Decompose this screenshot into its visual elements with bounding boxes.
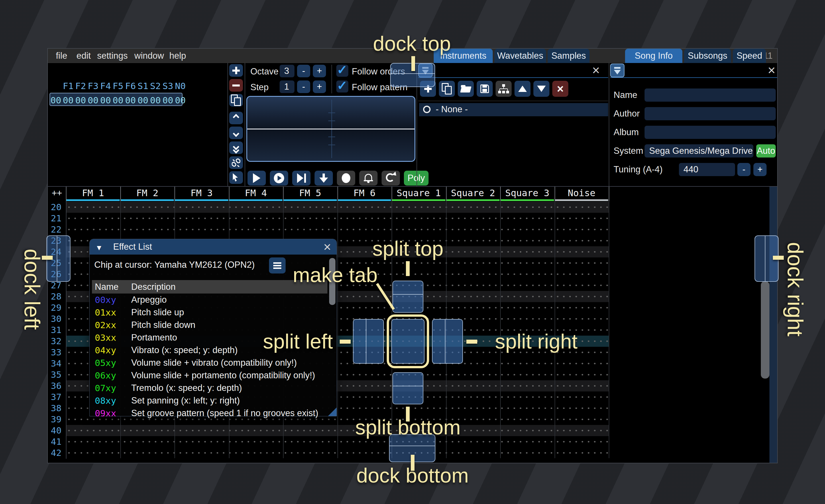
tuning-minus-button[interactable]: -: [737, 163, 751, 176]
order-change-mode-button[interactable]: [229, 156, 243, 169]
order-column-F5[interactable]: F5: [112, 81, 124, 91]
channel-header-square-3[interactable]: Square 3: [500, 187, 554, 199]
repeat-button[interactable]: [382, 171, 400, 185]
system-combo[interactable]: Sega Genesis/Mega Drive: [645, 144, 753, 158]
instrument-delete-button[interactable]: ×: [552, 81, 568, 97]
effect-list-titlebar[interactable]: ▼ Effect List ×: [90, 239, 336, 255]
instrument-save-button[interactable]: [477, 81, 493, 97]
effect-row[interactable]: 08xySet panning (x: left; y: right): [90, 394, 330, 407]
order-cell[interactable]: 00: [99, 95, 112, 105]
tab-samples[interactable]: Samples: [548, 49, 590, 63]
song-name-input[interactable]: [645, 88, 776, 102]
song-author-input[interactable]: [645, 107, 776, 120]
menu-item-edit[interactable]: edit: [72, 49, 95, 63]
poly-button[interactable]: Poly: [404, 171, 429, 185]
octave-plus-button[interactable]: +: [313, 65, 326, 77]
pattern-row-number[interactable]: 34: [48, 358, 64, 369]
order-row-index[interactable]: 00: [50, 95, 62, 105]
order-add-button[interactable]: [229, 64, 243, 77]
play-row-button[interactable]: [292, 171, 310, 185]
instrument-move-up-button[interactable]: [515, 81, 530, 97]
instrument-toggle-folders-button[interactable]: [496, 81, 512, 97]
tab-wavetables[interactable]: Wavetables: [495, 49, 546, 63]
channel-header-square-1[interactable]: Square 1: [392, 187, 446, 199]
order-column-F4[interactable]: F4: [99, 81, 112, 91]
step-down-button[interactable]: [314, 171, 333, 185]
order-cell[interactable]: 00: [124, 95, 137, 105]
metronome-button[interactable]: [359, 171, 378, 185]
order-cell[interactable]: 00: [112, 95, 124, 105]
effect-table-header[interactable]: Name Description: [92, 280, 327, 293]
channel-header-fm-2[interactable]: FM 2: [120, 187, 175, 199]
order-column-S2[interactable]: S2: [149, 81, 162, 91]
pattern-row-number[interactable]: 36: [48, 380, 64, 392]
order-move-down-button[interactable]: [229, 127, 243, 139]
follow-orders-checkbox[interactable]: ✓: [336, 65, 348, 77]
channel-header-fm-5[interactable]: FM 5: [283, 187, 338, 199]
effect-row[interactable]: 01xxPitch slide up: [90, 306, 330, 319]
follow-pattern-checkbox[interactable]: ✓: [336, 80, 348, 92]
channel-header-fm-3[interactable]: FM 3: [174, 187, 229, 199]
instrument-list-row[interactable]: - None -: [419, 103, 608, 116]
order-column-F6[interactable]: F6: [124, 81, 137, 91]
order-cell[interactable]: 00: [62, 95, 74, 105]
effect-row[interactable]: 00xyArpeggio: [90, 293, 330, 306]
channel-header-fm-6[interactable]: FM 6: [338, 187, 392, 199]
play-pattern-button[interactable]: [270, 171, 288, 185]
pattern-row-number[interactable]: 33: [48, 347, 64, 358]
pattern-row-number[interactable]: 30: [48, 313, 64, 324]
menu-item-help[interactable]: help: [165, 49, 190, 63]
order-column-F1[interactable]: F1: [62, 81, 74, 91]
split-target-bottom[interactable]: [392, 372, 424, 404]
order-cell[interactable]: 00: [162, 95, 174, 105]
pattern-row-number[interactable]: 37: [48, 392, 64, 403]
effect-row[interactable]: 09xxSet groove pattern (speed 1 if no gr…: [90, 407, 330, 420]
pattern-row-number[interactable]: 22: [48, 224, 64, 235]
order-duplicate-button[interactable]: [229, 94, 243, 106]
order-column-F2[interactable]: F2: [74, 81, 87, 91]
channel-header-fm-4[interactable]: FM 4: [229, 187, 283, 199]
pattern-row-number[interactable]: 21: [48, 213, 64, 224]
order-cell[interactable]: 00: [74, 95, 87, 105]
channel-header-square-2[interactable]: Square 2: [446, 187, 501, 199]
tab-song-info[interactable]: Song Info: [625, 49, 682, 63]
order-move-up-button[interactable]: [229, 112, 243, 124]
pattern-scrollbar-thumb[interactable]: [761, 281, 769, 379]
instrument-move-down-button[interactable]: [533, 81, 549, 97]
pattern-row-number[interactable]: 28: [48, 291, 64, 302]
order-duplicate-end-button[interactable]: [229, 142, 243, 154]
menu-item-window[interactable]: window: [130, 49, 168, 63]
pattern-row-number[interactable]: 20: [48, 201, 64, 213]
effect-row[interactable]: 07xyTremolo (x: speed; y: depth): [90, 382, 330, 394]
play-button[interactable]: [247, 171, 266, 185]
order-edit-mode-button[interactable]: [229, 171, 243, 184]
channel-header-noise[interactable]: Noise: [554, 187, 609, 199]
split-target-left[interactable]: [353, 319, 384, 364]
order-column-S3[interactable]: S3: [162, 81, 174, 91]
octave-value[interactable]: 3: [280, 65, 295, 77]
instrument-duplicate-button[interactable]: [439, 81, 455, 97]
tuning-input[interactable]: 440: [679, 163, 735, 176]
pattern-row-number[interactable]: 29: [48, 302, 64, 313]
resize-grip-icon[interactable]: [328, 408, 336, 416]
pattern-row-number[interactable]: 39: [48, 414, 64, 425]
pattern-row-number[interactable]: 41: [48, 436, 64, 447]
effect-row[interactable]: 05xyVolume slide + vibrato (compatibilit…: [90, 356, 330, 369]
instruments-close-icon[interactable]: ×: [592, 64, 600, 77]
order-column-S1[interactable]: S1: [137, 81, 149, 91]
step-value[interactable]: 1: [280, 80, 295, 93]
instrument-open-button[interactable]: [458, 81, 474, 97]
pattern-row-number[interactable]: 38: [48, 403, 64, 414]
record-button[interactable]: [337, 171, 355, 185]
effect-list-menu-button[interactable]: [269, 257, 286, 273]
order-column-F3[interactable]: F3: [87, 81, 99, 91]
tab-speed[interactable]: Speed: [733, 49, 766, 63]
system-auto-button[interactable]: Auto: [756, 144, 776, 158]
pattern-row-number[interactable]: 31: [48, 324, 64, 336]
order-cell[interactable]: 00: [149, 95, 162, 105]
pattern-expand-button[interactable]: ++: [48, 187, 66, 199]
order-cell[interactable]: 00: [137, 95, 149, 105]
songinfo-tab-list-button[interactable]: [610, 64, 624, 77]
pattern-row-number[interactable]: 35: [48, 369, 64, 380]
pattern-row-number[interactable]: 42: [48, 447, 64, 458]
